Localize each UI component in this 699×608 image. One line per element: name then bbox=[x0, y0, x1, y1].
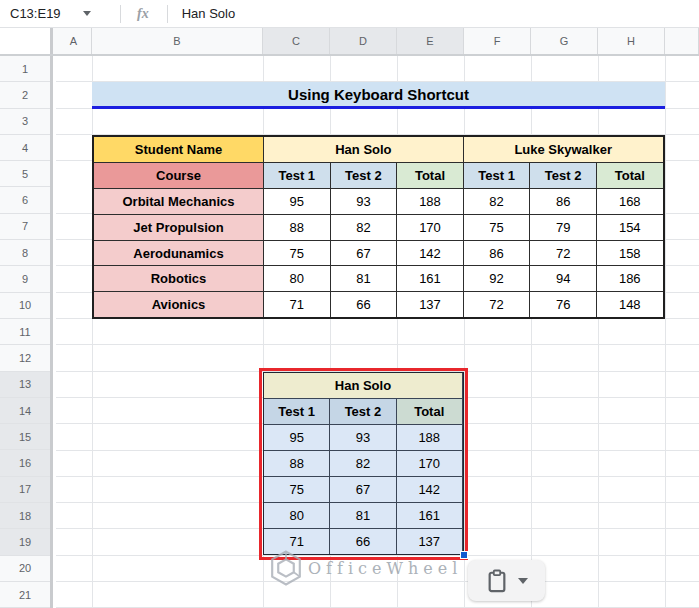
row-header-5[interactable]: 5 bbox=[0, 161, 50, 187]
score-cell[interactable]: 66 bbox=[331, 292, 397, 317]
row-header-9[interactable]: 9 bbox=[0, 266, 50, 292]
score-cell[interactable]: 188 bbox=[397, 189, 463, 214]
row-header-21[interactable]: 21 bbox=[0, 582, 50, 608]
column-header-e[interactable]: E bbox=[397, 28, 464, 54]
score-cell[interactable]: 81 bbox=[331, 266, 397, 291]
row-header-13[interactable]: 13 bbox=[0, 372, 50, 398]
copied-subheader-test1[interactable]: Test 1 bbox=[264, 399, 329, 424]
copied-score-cell[interactable]: 67 bbox=[330, 477, 395, 502]
score-cell[interactable]: 76 bbox=[530, 292, 596, 317]
subheader-total[interactable]: Total bbox=[397, 163, 463, 188]
row-header-19[interactable]: 19 bbox=[0, 529, 50, 555]
paste-options-button[interactable] bbox=[468, 560, 545, 601]
copied-subheader-total[interactable]: Total bbox=[397, 399, 462, 424]
select-all-corner[interactable] bbox=[0, 28, 53, 54]
subheader-test1[interactable]: Test 1 bbox=[464, 163, 530, 188]
score-cell[interactable]: 148 bbox=[597, 292, 663, 317]
copied-score-cell[interactable]: 75 bbox=[264, 477, 329, 502]
score-cell[interactable]: 158 bbox=[597, 241, 663, 266]
formula-bar: C13:E19 fx Han Solo bbox=[0, 0, 699, 28]
row-header-8[interactable]: 8 bbox=[0, 240, 50, 266]
row-header-20[interactable]: 20 bbox=[0, 556, 50, 582]
row-header-11[interactable]: 11 bbox=[0, 319, 50, 345]
gridline bbox=[665, 56, 666, 608]
column-header-g[interactable]: G bbox=[531, 28, 598, 54]
column-header-a[interactable]: A bbox=[56, 28, 92, 54]
row-header-6[interactable]: 6 bbox=[0, 187, 50, 213]
title-banner[interactable]: Using Keyboard Shortcut bbox=[92, 82, 665, 109]
copied-score-cell[interactable]: 188 bbox=[397, 425, 462, 450]
copied-score-cell[interactable]: 95 bbox=[264, 425, 329, 450]
header-han-solo[interactable]: Han Solo bbox=[264, 137, 463, 162]
column-header-c[interactable]: C bbox=[263, 28, 330, 54]
row-header-16[interactable]: 16 bbox=[0, 450, 50, 476]
score-cell[interactable]: 161 bbox=[397, 266, 463, 291]
score-cell[interactable]: 168 bbox=[597, 189, 663, 214]
score-cell[interactable]: 86 bbox=[464, 241, 530, 266]
subheader-total[interactable]: Total bbox=[597, 163, 663, 188]
column-header-b[interactable]: B bbox=[92, 28, 263, 54]
header-luke-skywalker[interactable]: Luke Skywalker bbox=[464, 137, 663, 162]
row-header-12[interactable]: 12 bbox=[0, 345, 50, 371]
score-cell[interactable]: 82 bbox=[464, 189, 530, 214]
score-cell[interactable]: 94 bbox=[530, 266, 596, 291]
score-cell[interactable]: 86 bbox=[530, 189, 596, 214]
score-cell[interactable]: 186 bbox=[597, 266, 663, 291]
name-box-dropdown-icon[interactable] bbox=[83, 11, 91, 16]
score-cell[interactable]: 67 bbox=[331, 241, 397, 266]
row-header-2[interactable]: 2 bbox=[0, 82, 50, 108]
copied-score-cell[interactable]: 80 bbox=[264, 503, 329, 528]
row-header-15[interactable]: 15 bbox=[0, 424, 50, 450]
copied-score-cell[interactable]: 142 bbox=[397, 477, 462, 502]
score-cell[interactable]: 142 bbox=[397, 241, 463, 266]
copied-score-cell[interactable]: 170 bbox=[397, 451, 462, 476]
score-cell[interactable]: 72 bbox=[530, 241, 596, 266]
row-header-4[interactable]: 4 bbox=[0, 135, 50, 161]
header-course[interactable]: Course bbox=[94, 163, 263, 188]
score-cell[interactable]: 95 bbox=[264, 189, 330, 214]
score-cell[interactable]: 80 bbox=[264, 266, 330, 291]
subheader-test2[interactable]: Test 2 bbox=[530, 163, 596, 188]
copied-score-cell[interactable]: 93 bbox=[330, 425, 395, 450]
score-cell[interactable]: 71 bbox=[264, 292, 330, 317]
row-header-3[interactable]: 3 bbox=[0, 109, 50, 135]
score-cell[interactable]: 93 bbox=[331, 189, 397, 214]
score-cell[interactable]: 75 bbox=[464, 215, 530, 240]
score-cell[interactable]: 154 bbox=[597, 215, 663, 240]
copied-score-cell[interactable]: 88 bbox=[264, 451, 329, 476]
subheader-test1[interactable]: Test 1 bbox=[264, 163, 330, 188]
subheader-test2[interactable]: Test 2 bbox=[331, 163, 397, 188]
score-cell[interactable]: 79 bbox=[530, 215, 596, 240]
score-cell[interactable]: 137 bbox=[397, 292, 463, 317]
header-student-name[interactable]: Student Name bbox=[94, 137, 263, 162]
copied-subheader-test2[interactable]: Test 2 bbox=[330, 399, 395, 424]
row-header-10[interactable]: 10 bbox=[0, 293, 50, 319]
course-cell[interactable]: Robotics bbox=[94, 266, 263, 291]
score-cell[interactable]: 75 bbox=[264, 241, 330, 266]
course-cell[interactable]: Jet Propulsion bbox=[94, 215, 263, 240]
column-header-partial[interactable] bbox=[665, 28, 699, 54]
copied-header-han-solo[interactable]: Han Solo bbox=[264, 373, 462, 398]
column-header-h[interactable]: H bbox=[598, 28, 665, 54]
row-header-1[interactable]: 1 bbox=[0, 56, 50, 82]
row-header-17[interactable]: 17 bbox=[0, 477, 50, 503]
formula-input[interactable]: Han Solo bbox=[182, 6, 235, 21]
score-cell[interactable]: 88 bbox=[264, 215, 330, 240]
copied-score-cell[interactable]: 82 bbox=[330, 451, 395, 476]
name-box[interactable]: C13:E19 bbox=[0, 0, 120, 27]
row-header-7[interactable]: 7 bbox=[0, 214, 50, 240]
score-cell[interactable]: 82 bbox=[331, 215, 397, 240]
column-header-d[interactable]: D bbox=[330, 28, 397, 54]
column-header-f[interactable]: F bbox=[464, 28, 531, 54]
copied-score-cell[interactable]: 161 bbox=[397, 503, 462, 528]
divider bbox=[167, 5, 168, 23]
score-cell[interactable]: 72 bbox=[464, 292, 530, 317]
row-header-18[interactable]: 18 bbox=[0, 503, 50, 529]
score-cell[interactable]: 170 bbox=[397, 215, 463, 240]
course-cell[interactable]: Orbital Mechanics bbox=[94, 189, 263, 214]
score-cell[interactable]: 92 bbox=[464, 266, 530, 291]
course-cell[interactable]: Aerodunamics bbox=[94, 241, 263, 266]
copied-score-cell[interactable]: 81 bbox=[330, 503, 395, 528]
row-header-14[interactable]: 14 bbox=[0, 398, 50, 424]
course-cell[interactable]: Avionics bbox=[94, 292, 263, 317]
